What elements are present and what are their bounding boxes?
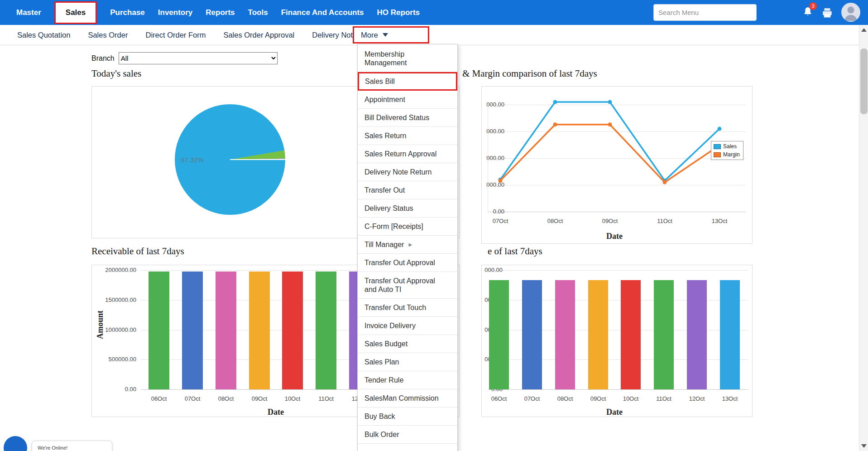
- pie-percentage-label: 97.32%: [181, 156, 204, 164]
- menu-item-salesman-commission[interactable]: SalesMan Commission: [358, 389, 457, 407]
- subnav-item-sales-order-approval[interactable]: Sales Order Approval: [223, 31, 294, 39]
- legend-label: Sales: [723, 143, 737, 150]
- menu-item-label: Transfer Out: [364, 186, 405, 194]
- nav-item-inventory[interactable]: Inventory: [158, 8, 193, 17]
- nav-item-master[interactable]: Master: [16, 8, 41, 17]
- menu-item-bill-delivered-status[interactable]: Bill Delivered Status: [358, 109, 457, 127]
- line-chart-panel: Date SalesMargin 0.00500000.001000000.00…: [481, 86, 753, 244]
- y-tick-label: 2000000.00: [96, 267, 136, 273]
- y-tick-text: 2000000.00: [484, 267, 503, 273]
- bar-13oct: [720, 280, 740, 389]
- bar-06oct: [149, 272, 169, 389]
- search-input[interactable]: [653, 4, 757, 21]
- y-tick-label: 0.00: [96, 386, 136, 393]
- user-avatar[interactable]: [841, 3, 860, 22]
- x-tick-label: 13Oct: [714, 395, 746, 402]
- legend-label: Margin: [723, 151, 740, 158]
- legend-swatch: [714, 152, 721, 157]
- x-tick-label: 07Oct: [177, 395, 208, 402]
- receivable-chart-title: Receivable of last 7days: [91, 246, 184, 257]
- nav-item-reports[interactable]: Reports: [206, 8, 235, 17]
- x-tick-label: 09Oct: [594, 218, 626, 224]
- menu-item-sales-budget[interactable]: Sales Budget: [358, 335, 457, 353]
- menu-item-delivery-note-return[interactable]: Delivery Note Return: [358, 163, 457, 181]
- y-tick-label: 2000000.00: [484, 267, 503, 274]
- menu-item-label: Invoice Delivery: [364, 321, 416, 330]
- menu-item-invoice-delivery[interactable]: Invoice Delivery: [358, 317, 457, 335]
- dashboard-page: MasterSalesPurchaseInventoryReportsTools…: [0, 0, 868, 451]
- more-menu-button[interactable]: More: [353, 26, 429, 44]
- bar-10oct: [282, 272, 303, 389]
- scroll-down-arrow-icon[interactable]: [861, 444, 867, 448]
- menu-item-label: Till Manager: [364, 240, 404, 249]
- y-tick-label: 500000.00: [96, 356, 136, 363]
- chart-legend: SalesMargin: [711, 141, 743, 160]
- menu-item-appointment[interactable]: Appointment: [358, 91, 457, 109]
- menu-item-label: Transfer Out Approval: [364, 258, 435, 267]
- menu-item-bulk-order[interactable]: Bulk Order: [358, 426, 457, 444]
- menu-item-transfer-out-approval[interactable]: Transfer Out Approval: [358, 254, 457, 272]
- top-nav: MasterSalesPurchaseInventoryReportsTools…: [0, 0, 868, 25]
- menu-item-label: SalesMan Commission: [364, 394, 439, 403]
- menu-item-c-form-receipts[interactable]: C-Form [Receipts]: [358, 218, 457, 236]
- chat-status[interactable]: We're Online!: [32, 441, 112, 451]
- menu-item-sales-return[interactable]: Sales Return: [358, 127, 457, 145]
- nav-item-finance-and-accounts[interactable]: Finance And Accounts: [281, 8, 364, 17]
- subnav-item-sales-quotation[interactable]: Sales Quotation: [17, 31, 70, 39]
- menu-item-buy-back[interactable]: Buy Back: [358, 407, 457, 426]
- scrollbar-thumb[interactable]: [860, 48, 868, 114]
- x-tick-label: 09Oct: [582, 395, 614, 402]
- chat-widget-button[interactable]: [4, 436, 27, 451]
- menu-item-transfer-out-approval-and-auto-ti[interactable]: Transfer Out Approval and Auto TI: [358, 272, 457, 299]
- scrollbar[interactable]: [859, 25, 868, 451]
- nav-item-sales[interactable]: Sales: [54, 1, 97, 24]
- notifications-button[interactable]: 3: [802, 6, 815, 19]
- legend-item-sales: Sales: [714, 143, 741, 150]
- nav-item-ho-reports[interactable]: HO Reports: [377, 8, 420, 17]
- bar-right-xaxis-title: Date: [482, 407, 747, 417]
- bar-10oct: [621, 280, 641, 389]
- menu-item-label: Bulk Order: [364, 430, 399, 439]
- data-point-margin-07oct: [499, 179, 503, 183]
- subnav-item-sales-order[interactable]: Sales Order: [88, 31, 128, 39]
- y-tick-label: 1500000.00: [96, 296, 136, 303]
- data-point-margin-08oct: [553, 122, 557, 126]
- x-tick-label: 06Oct: [483, 395, 515, 402]
- x-tick-label: 07Oct: [484, 218, 516, 224]
- menu-item-delivery-status[interactable]: Delivery Status: [358, 199, 457, 218]
- menu-item-sales-bill[interactable]: Sales Bill: [358, 72, 457, 91]
- branch-select[interactable]: All: [119, 52, 278, 64]
- subnav-item-direct-order-form[interactable]: Direct Order Form: [145, 31, 206, 39]
- menu-item-till-manager[interactable]: Till Manager▶: [358, 236, 457, 254]
- menu-item-transfer-out[interactable]: Transfer Out: [358, 181, 457, 199]
- data-point-sales-08oct: [553, 100, 557, 104]
- user-icon: [841, 3, 860, 22]
- subnav-item-delivery-note[interactable]: Delivery Note: [312, 31, 357, 39]
- menu-item-sales-plan[interactable]: Sales Plan: [358, 353, 457, 371]
- menu-item-transfer-out-touch[interactable]: Transfer Out Touch: [358, 299, 457, 317]
- y-tick-label: 1000000.00: [96, 326, 136, 333]
- more-dropdown: Membership ManagementSales BillAppointme…: [357, 44, 458, 451]
- menu-item-tender-rule[interactable]: Tender Rule: [358, 371, 457, 389]
- scroll-up-arrow-icon[interactable]: [861, 28, 867, 32]
- menu-item-membership-management[interactable]: Membership Management: [358, 45, 457, 72]
- menu-item-label: Sales Plan: [364, 358, 399, 366]
- x-tick-label: 13Oct: [704, 218, 735, 224]
- sales-subnav: Sales QuotationSales OrderDirect Order F…: [0, 25, 868, 45]
- nav-item-purchase[interactable]: Purchase: [110, 8, 145, 17]
- x-tick-label: 10Oct: [277, 395, 308, 402]
- nav-item-tools[interactable]: Tools: [248, 8, 268, 17]
- menu-item-sales-return-approval[interactable]: Sales Return Approval: [358, 145, 457, 163]
- legend-item-margin: Margin: [714, 151, 741, 158]
- bar-08oct: [216, 272, 236, 389]
- bar-12oct: [687, 280, 707, 389]
- line-chart-title: & Margin comparison of last 7days: [462, 68, 597, 79]
- data-point-margin-09oct: [608, 122, 612, 126]
- bar-11oct: [654, 280, 674, 389]
- x-tick-label: 06Oct: [143, 395, 175, 402]
- menu-item-label: Delivery Status: [364, 204, 413, 213]
- print-button[interactable]: [821, 7, 833, 19]
- bar-06oct: [489, 280, 509, 389]
- menu-item-label: Transfer Out Approval and Auto TI: [364, 276, 441, 294]
- chevron-down-icon: [383, 33, 388, 37]
